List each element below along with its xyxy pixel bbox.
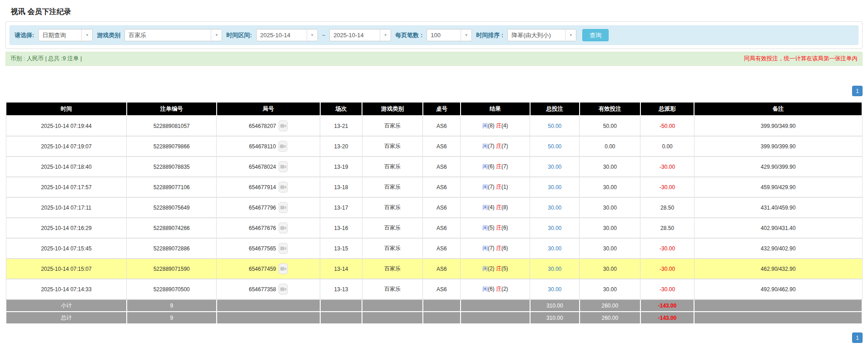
query-type-select[interactable]: 日期查询 ▼ — [38, 29, 93, 41]
round-number: 654677459 — [249, 266, 276, 272]
result-banker-score: (8) — [501, 204, 508, 210]
cell-valid-bet: 30.00 — [580, 279, 640, 299]
cell-table-number: AS6 — [423, 259, 461, 279]
cell-total-bet[interactable]: 50.00 — [530, 136, 580, 156]
sort-order-label: 时间排序 : — [476, 31, 503, 39]
result-banker-score: (2) — [501, 286, 508, 292]
pagination-top: 1 — [5, 86, 863, 96]
cell-total-bet[interactable]: 30.00 — [530, 218, 580, 238]
page-root: 视讯 会员下注纪录 请选择: 日期查询 ▼ 游戏类别 百家乐 ▼ 时间区间: 2… — [0, 7, 868, 343]
cell-valid-bet: 30.00 — [580, 259, 640, 279]
cell-valid-bet: 30.00 — [580, 238, 640, 259]
cell-time: 2025-10-14 07:16:29 — [6, 218, 127, 238]
cell-total-bet[interactable]: 30.00 — [530, 197, 580, 218]
video-icon[interactable] — [278, 202, 288, 213]
cell-table-number: AS6 — [423, 177, 461, 197]
cell-total-bet[interactable]: 50.00 — [530, 116, 580, 136]
query-button[interactable]: 查询 — [582, 29, 609, 41]
round-number: 654678110 — [249, 143, 276, 150]
cell-payout: -30.00 — [640, 259, 694, 279]
column-header: 总派彩 — [640, 102, 694, 116]
cell-total-bet[interactable]: 30.00 — [530, 279, 580, 299]
result-player-score: (7) — [488, 143, 496, 149]
cell-remark: 399.90/399.90 — [694, 136, 862, 156]
summary-total-bet: 310.00 — [530, 312, 580, 324]
column-header: 场次 — [320, 102, 362, 116]
summary-empty-cell — [217, 299, 320, 312]
cell-payout: -30.00 — [640, 156, 694, 177]
currency-total-text: 币别 : 人民币 | 总共 :9 注单 | — [10, 55, 82, 63]
result-player: 闲 — [482, 245, 488, 251]
video-icon[interactable] — [278, 243, 288, 254]
video-icon[interactable] — [278, 284, 288, 295]
sort-order-select[interactable]: 降幂(由大到小) ▼ — [507, 29, 576, 41]
summary-empty-cell — [217, 312, 320, 324]
game-type-select[interactable]: 百家乐 ▼ — [124, 29, 222, 41]
result-banker: 庄 — [496, 265, 501, 272]
cell-time: 2025-10-14 07:14:33 — [6, 279, 127, 299]
result-player: 闲 — [482, 225, 488, 231]
filter-bar: 请选择: 日期查询 ▼ 游戏类别 百家乐 ▼ 时间区间: 2025-10-14 … — [10, 25, 858, 45]
table-row: 2025-10-14 07:16:29522889074266654677676… — [6, 218, 862, 238]
cell-payout: -50.00 — [640, 116, 694, 136]
chevron-down-icon[interactable]: ▼ — [307, 29, 317, 41]
cell-time: 2025-10-14 07:15:07 — [6, 259, 127, 279]
result-player-score: (2) — [488, 265, 496, 272]
summary-count: 9 — [127, 299, 217, 312]
cell-payout: 28.50 — [640, 218, 694, 238]
cell-payout: -30.00 — [640, 279, 694, 299]
cell-round-number: 654678024 — [217, 156, 320, 177]
cell-total-bet[interactable]: 30.00 — [530, 259, 580, 279]
table-body: 2025-10-14 07:19:44522889081057654678207… — [6, 116, 862, 324]
result-banker-score: (4) — [501, 122, 508, 129]
result-banker-score: (1) — [501, 184, 508, 190]
pagination-page-1[interactable]: 1 — [852, 333, 863, 343]
cell-total-bet[interactable]: 30.00 — [530, 238, 580, 259]
cell-remark: 492.90/462.90 — [694, 279, 862, 299]
result-player: 闲 — [482, 122, 488, 129]
date-to-input[interactable]: 2025-10-14 ▼ — [329, 29, 391, 41]
cell-remark: 459.90/429.90 — [694, 177, 862, 197]
chevron-down-icon[interactable]: ▼ — [380, 29, 391, 41]
result-player: 闲 — [482, 163, 488, 170]
video-icon[interactable] — [278, 181, 288, 193]
summary-valid-bet: 260.00 — [580, 312, 640, 324]
cell-session: 13-17 — [320, 197, 362, 218]
video-icon[interactable] — [278, 141, 288, 152]
result-player-score: (6) — [488, 286, 496, 292]
date-range-label: 时间区间: — [226, 31, 252, 39]
cell-bet-number: 522889075649 — [127, 197, 217, 218]
pagination-page-1[interactable]: 1 — [852, 86, 863, 96]
chevron-down-icon[interactable]: ▼ — [461, 29, 471, 41]
video-icon[interactable] — [278, 161, 288, 172]
column-header: 总投注 — [530, 102, 580, 116]
chevron-down-icon[interactable]: ▼ — [211, 29, 222, 41]
result-player-score: (7) — [488, 184, 496, 190]
video-icon[interactable] — [278, 222, 288, 234]
summary-empty-cell — [320, 312, 362, 324]
result-banker-score: (7) — [501, 163, 508, 170]
column-header: 游戏类别 — [362, 102, 423, 116]
summary-label: 总计 — [6, 312, 127, 324]
page-size-select[interactable]: 100 ▼ — [427, 29, 472, 41]
cell-total-bet[interactable]: 30.00 — [530, 177, 580, 197]
date-from-input[interactable]: 2025-10-14 ▼ — [256, 29, 318, 41]
cell-total-bet[interactable]: 30.00 — [530, 156, 580, 177]
cell-result: 闲(2) 庄(5) — [461, 259, 530, 279]
result-banker: 庄 — [496, 122, 501, 129]
column-header: 备注 — [694, 102, 862, 116]
chevron-down-icon[interactable]: ▼ — [81, 29, 92, 41]
video-icon[interactable] — [278, 120, 288, 132]
result-banker-score: (7) — [501, 143, 508, 149]
chevron-down-icon[interactable]: ▼ — [565, 29, 576, 41]
table-row: 2025-10-14 07:14:33522889070500654677358… — [6, 279, 862, 299]
result-player-score: (7) — [488, 245, 496, 251]
cell-result: 闲(5) 庄(6) — [461, 218, 530, 238]
table-row: 2025-10-14 07:18:40522889078835654678024… — [6, 156, 862, 177]
cell-bet-number: 522889072886 — [127, 238, 217, 259]
video-icon[interactable] — [278, 263, 288, 274]
column-header: 局号 — [217, 102, 320, 116]
cell-table-number: AS6 — [423, 197, 461, 218]
cell-time: 2025-10-14 07:18:40 — [6, 156, 127, 177]
round-number: 654677914 — [249, 184, 276, 191]
